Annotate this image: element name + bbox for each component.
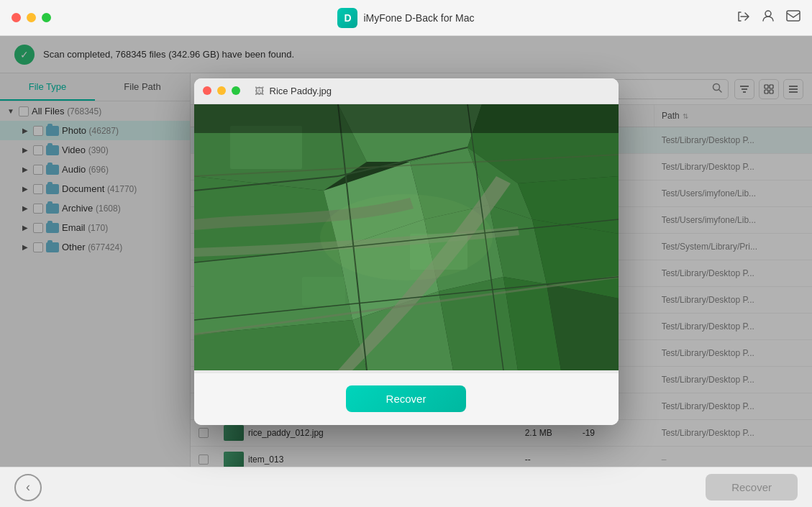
modal-title-bar: 🖼 Rice Paddy.jpg (194, 78, 619, 104)
svg-rect-37 (302, 277, 345, 306)
modal-filename: Rice Paddy.jpg (270, 86, 332, 96)
svg-rect-1 (787, 11, 800, 21)
svg-point-0 (765, 11, 771, 17)
app-title: iMyFone D-Back for Mac (363, 12, 474, 24)
recover-button-main[interactable]: Recover (706, 474, 798, 501)
app-logo: D (337, 8, 357, 28)
preview-modal-overlay: 🖼 Rice Paddy.jpg (0, 36, 812, 467)
svg-rect-44 (194, 104, 619, 133)
modal-image-area (194, 104, 619, 373)
window-maximize-button[interactable] (42, 13, 51, 22)
modal-footer: Recover (194, 373, 619, 425)
modal-file-icon: 🖼 (255, 86, 264, 96)
title-bar: D iMyFone D-Back for Mac (0, 0, 812, 36)
window-controls (12, 13, 51, 22)
modal-close-button[interactable] (203, 86, 211, 95)
svg-point-45 (320, 194, 493, 280)
user-icon[interactable] (762, 9, 775, 26)
preview-modal: 🖼 Rice Paddy.jpg (194, 78, 619, 425)
back-button[interactable]: ‹ (14, 474, 42, 501)
window-minimize-button[interactable] (27, 13, 36, 22)
window-close-button[interactable] (12, 13, 21, 22)
recover-button-modal[interactable]: Recover (346, 385, 467, 412)
modal-minimize-button[interactable] (217, 86, 226, 95)
share-icon[interactable] (737, 11, 750, 25)
modal-maximize-button[interactable] (232, 86, 240, 95)
app-title-area: D iMyFone D-Back for Mac (337, 8, 474, 28)
rice-paddy-image (194, 104, 619, 370)
title-actions (737, 9, 800, 26)
bottom-bar: ‹ Recover (0, 467, 812, 507)
mail-icon[interactable] (786, 10, 800, 25)
